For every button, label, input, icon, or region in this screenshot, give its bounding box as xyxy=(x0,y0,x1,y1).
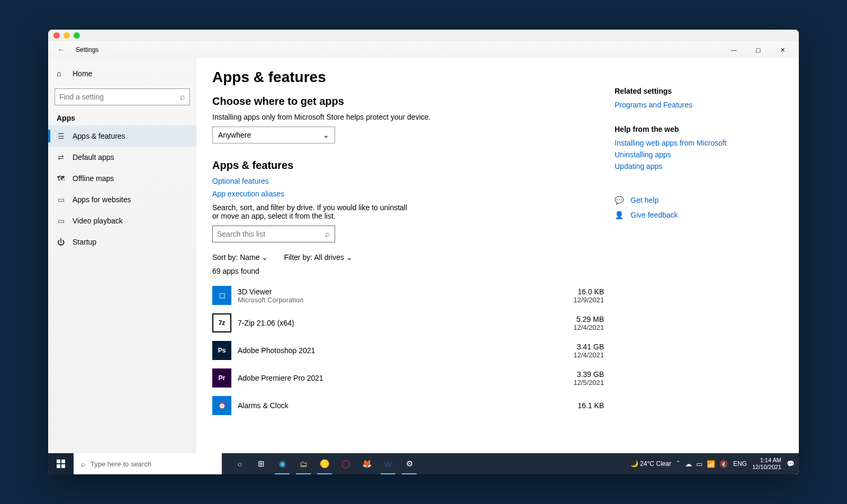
weather-widget[interactable]: 🌙 24°C Clear xyxy=(630,460,671,467)
sidebar-item-label: Default apps xyxy=(73,153,114,161)
maximize-button[interactable]: ▢ xyxy=(746,41,770,58)
window-title: Settings xyxy=(76,46,98,53)
help-link[interactable]: Uninstalling apps xyxy=(615,150,747,159)
app-size: 5.29 MB xyxy=(551,315,604,323)
give-feedback-link[interactable]: 👤 Give feedback xyxy=(615,211,747,219)
app-icon: ⏰ xyxy=(212,396,231,415)
minimize-button[interactable]: — xyxy=(722,41,746,58)
chevron-down-icon: ⌄ xyxy=(346,253,353,262)
window-titlebar: ← Settings — ▢ ✕ xyxy=(48,41,799,58)
sidebar-item-apps-websites[interactable]: ▭ Apps for websites xyxy=(48,189,196,210)
app-row[interactable]: Ps Adobe Photoshop 2021 3.41 GB 12/4/202… xyxy=(212,337,604,364)
firefox-icon[interactable]: 🦊 xyxy=(356,453,377,474)
taskbar-search[interactable]: ⌕ Type here to search xyxy=(74,453,222,474)
wifi-icon[interactable]: 📶 xyxy=(707,460,715,468)
app-size: 16.0 KB xyxy=(551,287,604,296)
onedrive-icon[interactable]: ☁ xyxy=(685,460,692,468)
app-row[interactable]: ⏰ Alarms & Clock 16.1 KB xyxy=(212,392,604,419)
app-icon: Pr xyxy=(212,368,231,388)
apps-list-search[interactable]: ⌕ xyxy=(212,226,335,242)
sidebar-search-input[interactable] xyxy=(59,93,180,101)
minimize-traffic-light[interactable] xyxy=(64,32,70,39)
search-icon: ⌕ xyxy=(180,92,185,102)
related-sidebar: Related settings Programs and Features H… xyxy=(604,69,752,453)
programs-and-features-link[interactable]: Programs and Features xyxy=(615,101,747,109)
sidebar-item-apps-features[interactable]: ☰ Apps & features xyxy=(48,125,196,147)
svg-rect-3 xyxy=(61,464,65,468)
app-name: Adobe Photoshop 2021 xyxy=(238,346,551,355)
app-icon: 7z xyxy=(212,313,231,332)
help-link[interactable]: Installing web apps from Microsoft xyxy=(615,139,747,147)
svg-rect-0 xyxy=(57,460,60,463)
app-name: 7-Zip 21.06 (x64) xyxy=(238,319,551,327)
filter-by-control[interactable]: Filter by: All drives ⌄ xyxy=(284,253,353,262)
mac-titlebar xyxy=(48,30,799,41)
app-row[interactable]: 7z 7-Zip 21.06 (x64) 5.29 MB 12/4/2021 xyxy=(212,309,604,337)
sidebar-item-label: Video playback xyxy=(73,217,123,225)
app-source-dropdown[interactable]: Anywhere ⌄ xyxy=(212,127,335,143)
sidebar-search[interactable]: ⌕ xyxy=(55,88,190,105)
sidebar-item-startup[interactable]: ⏻ Startup xyxy=(48,231,196,253)
startup-icon: ⏻ xyxy=(57,238,65,246)
chrome-icon[interactable]: 🟡 xyxy=(314,453,335,474)
task-view-icon[interactable]: ⊞ xyxy=(250,453,272,474)
file-explorer-icon[interactable]: 🗂 xyxy=(293,453,314,474)
volume-icon[interactable]: 🔇 xyxy=(719,460,728,468)
app-date: 12/4/2021 xyxy=(551,323,604,331)
sidebar-home-label: Home xyxy=(73,69,92,78)
taskbar-search-placeholder: Type here to search xyxy=(91,460,151,468)
app-name: Adobe Premiere Pro 2021 xyxy=(238,374,551,382)
help-link[interactable]: Updating apps xyxy=(615,162,747,170)
search-icon: ⌕ xyxy=(81,460,85,468)
section-subtext: Installing apps only from Microsoft Stor… xyxy=(212,113,604,121)
app-publisher: Microsoft Corporation xyxy=(238,296,551,304)
app-icon: ⬚ xyxy=(212,286,231,305)
apps-list-search-input[interactable] xyxy=(217,230,325,238)
help-icon: 💬 xyxy=(615,196,623,204)
app-execution-aliases-link[interactable]: App execution aliases xyxy=(212,190,604,198)
cortana-icon[interactable]: ○ xyxy=(229,453,250,474)
apps-websites-icon: ▭ xyxy=(57,195,65,204)
opera-icon[interactable]: ◯ xyxy=(335,453,356,474)
sort-by-control[interactable]: Sort by: Name ⌄ xyxy=(212,253,268,262)
app-name: Alarms & Clock xyxy=(238,401,551,410)
sidebar-item-default-apps[interactable]: ⇄ Default apps xyxy=(48,147,196,168)
app-date: 12/5/2021 xyxy=(551,379,604,386)
main-content: Apps & features Choose where to get apps… xyxy=(212,69,604,453)
sidebar: ⌂ Home ⌕ Apps ☰ Apps & features ⇄ Defaul… xyxy=(48,58,196,453)
filter-description: Search, sort, and filter by drive. If yo… xyxy=(212,203,408,220)
home-icon: ⌂ xyxy=(57,69,65,78)
battery-icon[interactable]: ▭ xyxy=(696,460,702,468)
help-from-web-heading: Help from the web xyxy=(615,125,747,133)
app-date: 12/9/2021 xyxy=(551,296,604,304)
app-name: 3D Viewer xyxy=(238,287,551,296)
start-button[interactable] xyxy=(48,453,74,474)
get-help-link[interactable]: 💬 Get help xyxy=(615,196,747,204)
taskbar-clock[interactable]: 1:14 AM 12/10/2021 xyxy=(752,457,781,471)
settings-icon[interactable]: ⚙ xyxy=(399,453,420,474)
sidebar-item-offline-maps[interactable]: 🗺 Offline maps xyxy=(48,168,196,189)
sidebar-section-label: Apps xyxy=(48,105,196,125)
dropdown-value: Anywhere xyxy=(218,131,251,139)
app-row[interactable]: Pr Adobe Premiere Pro 2021 3.39 GB 12/5/… xyxy=(212,364,604,392)
tray-chevron-icon[interactable]: ˄ xyxy=(677,460,680,467)
section-heading-apps: Apps & features xyxy=(212,159,604,172)
app-size: 3.39 GB xyxy=(551,370,604,379)
language-indicator[interactable]: ENG xyxy=(733,460,747,467)
sidebar-item-video-playback[interactable]: ▭ Video playback xyxy=(48,210,196,231)
app-row[interactable]: ⬚ 3D Viewer Microsoft Corporation 16.0 K… xyxy=(212,282,604,309)
edge-icon[interactable]: ◉ xyxy=(272,453,293,474)
maximize-traffic-light[interactable] xyxy=(74,32,80,39)
video-playback-icon: ▭ xyxy=(57,217,65,225)
sidebar-item-label: Startup xyxy=(73,238,96,246)
optional-features-link[interactable]: Optional features xyxy=(212,177,604,185)
notifications-icon[interactable]: 💬 xyxy=(787,460,795,467)
word-icon[interactable]: W xyxy=(377,453,399,474)
close-traffic-light[interactable] xyxy=(53,32,60,39)
sidebar-item-label: Apps for websites xyxy=(73,195,131,204)
back-button[interactable]: ← xyxy=(52,41,69,58)
section-heading-source: Choose where to get apps xyxy=(212,95,604,107)
sidebar-home[interactable]: ⌂ Home xyxy=(48,64,196,83)
close-button[interactable]: ✕ xyxy=(770,41,795,58)
app-icon: Ps xyxy=(212,341,231,360)
